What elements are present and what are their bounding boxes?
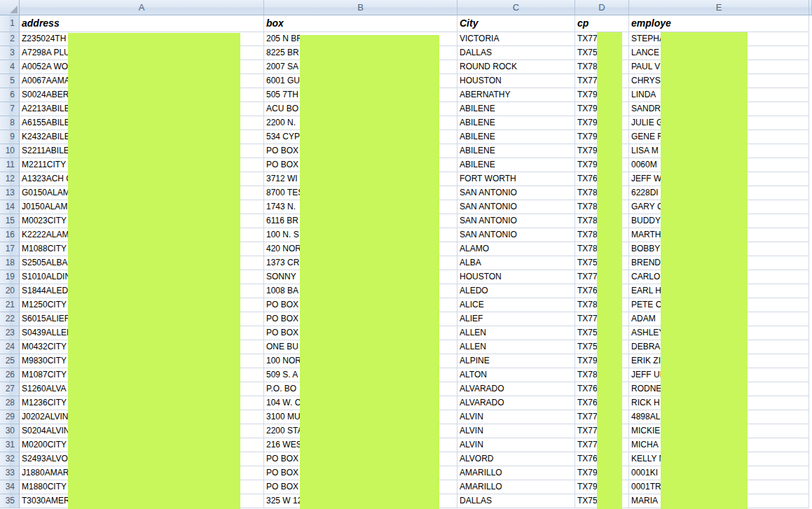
row-header-21[interactable]: 21	[0, 298, 20, 312]
row-header-34[interactable]: 34	[0, 480, 20, 494]
row-header-7[interactable]: 7	[0, 102, 20, 116]
spreadsheet: ABCDE1addressboxCitycpemploye2Z235024TH …	[0, 0, 812, 509]
cell-C29[interactable]: ALVIN	[457, 410, 575, 424]
row-header-9[interactable]: 9	[0, 130, 20, 144]
cell-C3[interactable]: DALLAS	[457, 46, 575, 60]
column-header-E[interactable]: E	[629, 0, 809, 15]
row-header-14[interactable]: 14	[0, 200, 20, 214]
row-header-32[interactable]: 32	[0, 452, 20, 466]
cell-C32[interactable]: ALVORD	[457, 452, 575, 466]
row-header-35[interactable]: 35	[0, 494, 20, 508]
cell-C1[interactable]: City	[457, 15, 575, 32]
cell-C17[interactable]: ALAMO	[457, 242, 575, 256]
cell-C27[interactable]: ALVARADO	[457, 382, 575, 396]
cell-B1[interactable]: box	[264, 15, 457, 32]
highlight-overlay-3	[597, 32, 622, 509]
column-header-partial[interactable]	[809, 0, 812, 15]
row-header-5[interactable]: 5	[0, 74, 20, 88]
cell-C16[interactable]: SAN ANTONIO	[457, 228, 575, 242]
cell-C14[interactable]: SAN ANTONIO	[457, 200, 575, 214]
cell-C2[interactable]: VICTORIA	[457, 32, 575, 46]
row-header-30[interactable]: 30	[0, 424, 20, 438]
row-header-3[interactable]: 3	[0, 46, 20, 60]
row-header-27[interactable]: 27	[0, 382, 20, 396]
column-header-B[interactable]: B	[264, 0, 457, 15]
cell-C26[interactable]: ALTON	[457, 368, 575, 382]
column-header-D[interactable]: D	[575, 0, 629, 15]
cell-C25[interactable]: ALPINE	[457, 354, 575, 368]
row-header-15[interactable]: 15	[0, 214, 20, 228]
row-header-24[interactable]: 24	[0, 340, 20, 354]
cell-C6[interactable]: ABERNATHY	[457, 88, 575, 102]
cell-C5[interactable]: HOUSTON	[457, 74, 575, 88]
cell-C21[interactable]: ALICE	[457, 298, 575, 312]
column-header-C[interactable]: C	[457, 0, 575, 15]
row-header-28[interactable]: 28	[0, 396, 20, 410]
cell-C30[interactable]: ALVIN	[457, 424, 575, 438]
highlight-overlay-4	[661, 32, 748, 509]
highlight-overlay-2	[300, 35, 439, 509]
cell-C22[interactable]: ALIEF	[457, 312, 575, 326]
row-header-22[interactable]: 22	[0, 312, 20, 326]
cell-C10[interactable]: ABILENE	[457, 144, 575, 158]
cell-C19[interactable]: HOUSTON	[457, 270, 575, 284]
row-header-16[interactable]: 16	[0, 228, 20, 242]
cell-A1[interactable]: address	[20, 15, 264, 32]
cell-C33[interactable]: AMARILLO	[457, 466, 575, 480]
row-header-4[interactable]: 4	[0, 60, 20, 74]
cell-D1[interactable]: cp	[575, 15, 629, 32]
select-all-button[interactable]	[0, 0, 20, 15]
row-header-6[interactable]: 6	[0, 88, 20, 102]
row-header-29[interactable]: 29	[0, 410, 20, 424]
row-header-20[interactable]: 20	[0, 284, 20, 298]
cell-C4[interactable]: ROUND ROCK	[457, 60, 575, 74]
cell-C8[interactable]: ABILENE	[457, 116, 575, 130]
cell-C23[interactable]: ALLEN	[457, 326, 575, 340]
cell-E1[interactable]: employe	[629, 15, 809, 32]
row-header-19[interactable]: 19	[0, 270, 20, 284]
cell-C18[interactable]: ALBA	[457, 256, 575, 270]
row-header-12[interactable]: 12	[0, 172, 20, 186]
highlight-overlay-1	[68, 33, 240, 509]
cell-C12[interactable]: FORT WORTH	[457, 172, 575, 186]
row-header-26[interactable]: 26	[0, 368, 20, 382]
row-header-2[interactable]: 2	[0, 32, 20, 46]
row-header-33[interactable]: 33	[0, 466, 20, 480]
row-header-11[interactable]: 11	[0, 158, 20, 172]
cell-C15[interactable]: SAN ANTONIO	[457, 214, 575, 228]
row-header-8[interactable]: 8	[0, 116, 20, 130]
column-header-A[interactable]: A	[20, 0, 264, 15]
row-header-23[interactable]: 23	[0, 326, 20, 340]
row-header-31[interactable]: 31	[0, 438, 20, 452]
cell-C34[interactable]: AMARILLO	[457, 480, 575, 494]
cell-C35[interactable]: DALLAS	[457, 494, 575, 508]
cell-C20[interactable]: ALEDO	[457, 284, 575, 298]
row-header-1[interactable]: 1	[0, 15, 20, 32]
select-all-triangle-icon	[10, 6, 18, 13]
cell-C9[interactable]: ABILENE	[457, 130, 575, 144]
cell-C11[interactable]: ABILENE	[457, 158, 575, 172]
cell-C7[interactable]: ABILENE	[457, 102, 575, 116]
cell-C13[interactable]: SAN ANTONIO	[457, 186, 575, 200]
cell-C31[interactable]: ALVIN	[457, 438, 575, 452]
row-header-25[interactable]: 25	[0, 354, 20, 368]
row-header-13[interactable]: 13	[0, 186, 20, 200]
row-header-18[interactable]: 18	[0, 256, 20, 270]
row-header-17[interactable]: 17	[0, 242, 20, 256]
cell-C24[interactable]: ALLEN	[457, 340, 575, 354]
row-header-10[interactable]: 10	[0, 144, 20, 158]
cell-C28[interactable]: ALVARADO	[457, 396, 575, 410]
